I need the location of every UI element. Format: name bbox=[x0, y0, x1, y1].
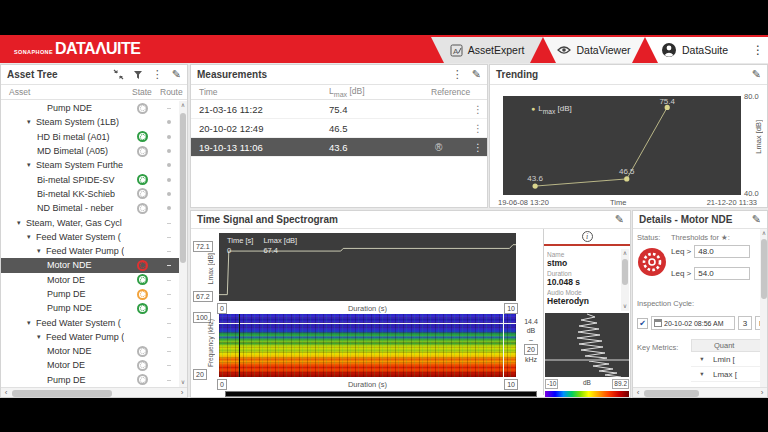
tree-row[interactable]: ▾ Pump NDE bbox=[1, 301, 179, 315]
ts-ymin-tick: 67.2 bbox=[193, 291, 213, 302]
x-start-tick: 19-06-08 13:20 bbox=[498, 198, 549, 207]
scroll-down-icon[interactable]: ∨ bbox=[179, 378, 187, 387]
route-marker bbox=[167, 178, 171, 182]
route-marker bbox=[167, 206, 171, 210]
filter-icon[interactable] bbox=[133, 70, 143, 80]
scrollbar-thumb[interactable] bbox=[12, 390, 112, 397]
metric-dropdown-icon[interactable]: ▾ bbox=[691, 355, 713, 363]
scroll-right-icon[interactable]: › bbox=[757, 388, 767, 398]
expand-caret-icon[interactable]: ▾ bbox=[37, 333, 46, 341]
sp-x-axis: 0 Duration (s) 10 bbox=[219, 379, 516, 389]
metric-row[interactable]: ▾ Lmin [ bbox=[691, 352, 763, 367]
route-marker bbox=[167, 265, 171, 266]
edit-panel-icon[interactable]: ✎ bbox=[615, 213, 624, 226]
tree-row[interactable]: ▾ Motor NDE bbox=[1, 258, 179, 272]
tab-datasuite[interactable]: DataSuite ⋮ bbox=[645, 37, 768, 63]
details-horizontal-scrollbar[interactable]: ‹ › bbox=[633, 387, 767, 397]
ts-ymax-tick: 72.1 bbox=[193, 241, 213, 252]
scroll-up-icon[interactable]: ∧ bbox=[621, 249, 629, 258]
spectrogram-plot[interactable] bbox=[219, 314, 516, 377]
threshold-alarm-input[interactable] bbox=[694, 267, 750, 280]
tree-row[interactable]: ▾ Pump DE bbox=[1, 373, 179, 387]
tree-horizontal-scrollbar[interactable]: ‹ › bbox=[1, 387, 187, 397]
state-bearing-icon bbox=[137, 131, 148, 142]
row-menu-icon[interactable]: ⋮ bbox=[473, 142, 483, 153]
scroll-left-icon[interactable]: ‹ bbox=[633, 388, 643, 398]
tree-row[interactable]: ▾ ND Bimetal - neber bbox=[1, 201, 179, 215]
metric-dropdown-icon[interactable]: ▾ bbox=[691, 370, 713, 378]
tree-row[interactable]: ▾ Pump NDE bbox=[1, 101, 179, 115]
expand-caret-icon[interactable]: ▾ bbox=[37, 247, 46, 255]
field-value: 10.048 s bbox=[547, 277, 621, 287]
playback-bar[interactable] bbox=[225, 391, 537, 397]
scroll-right-icon[interactable]: › bbox=[177, 388, 187, 398]
metric-label: Lmax [ bbox=[713, 370, 737, 379]
tree-row[interactable]: ▾ Steam System (1LB) bbox=[1, 115, 179, 129]
metric-row[interactable]: ▾ Lmax [ bbox=[691, 367, 763, 382]
tree-row[interactable]: ▾ Motor NDE bbox=[1, 344, 179, 358]
tab-dataviewer[interactable]: DataViewer bbox=[543, 37, 645, 63]
scrollbar-thumb[interactable] bbox=[180, 113, 186, 263]
asset-label: MD Bimetal (A05) bbox=[37, 146, 108, 156]
asset-label: Pump NDE bbox=[47, 303, 92, 313]
scrollbar-thumb[interactable] bbox=[761, 239, 767, 299]
edit-panel-icon[interactable]: ✎ bbox=[472, 68, 481, 81]
tree-row[interactable]: ▾ Bi-metal KK-Schieb bbox=[1, 187, 179, 201]
tab-assetexpert[interactable]: A AssetExpert bbox=[431, 37, 543, 63]
cursor-khz-value: 20 bbox=[524, 344, 538, 355]
threshold-warning-input[interactable] bbox=[694, 245, 750, 258]
details-vertical-scrollbar[interactable]: ∧ bbox=[760, 229, 767, 387]
scroll-up-icon[interactable]: ∧ bbox=[179, 101, 187, 110]
tree-row[interactable]: ▾ Feed Water System ( bbox=[1, 230, 179, 244]
inspection-checkbox[interactable]: ✔ bbox=[637, 318, 648, 329]
scroll-left-icon[interactable]: ‹ bbox=[1, 388, 11, 398]
asset-label: Feed Water System ( bbox=[36, 232, 121, 242]
collapse-tree-icon[interactable] bbox=[113, 69, 124, 80]
tree-row[interactable]: ▾ Bi-metal SPIDE-SV bbox=[1, 172, 179, 186]
tree-row[interactable]: ▾ Steam, Water, Gas Cycl bbox=[1, 215, 179, 229]
tree-row[interactable]: ▾ MD Bimetal (A05) bbox=[1, 144, 179, 158]
expand-caret-icon[interactable]: ▾ bbox=[27, 233, 36, 241]
frequency-cursor-line[interactable] bbox=[219, 323, 516, 324]
tree-vertical-scrollbar[interactable]: ∧ ∨ bbox=[179, 101, 187, 387]
edit-panel-icon[interactable]: ✎ bbox=[752, 213, 761, 226]
inspection-cycle-row: ✔ 20-10-02 08:56 AM M bbox=[637, 315, 767, 331]
trending-plot[interactable]: ●Lmax [dB] 43.646.575.4 bbox=[503, 96, 741, 195]
info-scrollbar[interactable]: ∧ ∨ bbox=[621, 249, 629, 311]
time-signal-plot[interactable]: Time [s] Lmax [dB] 0 67.4 bbox=[219, 233, 516, 301]
scroll-down-icon[interactable]: ∨ bbox=[621, 302, 629, 311]
scrollbar-thumb[interactable] bbox=[622, 259, 628, 285]
tree-row[interactable]: ▾ Motor DE bbox=[1, 358, 179, 372]
time-cursor-line[interactable] bbox=[503, 314, 504, 377]
expand-caret-icon[interactable]: ▾ bbox=[17, 219, 26, 227]
overlay-time-value: 0 bbox=[227, 246, 253, 255]
tree-row[interactable]: ▾ Pump DE bbox=[1, 287, 179, 301]
interval-input[interactable] bbox=[738, 316, 752, 330]
row-menu-icon[interactable]: ⋮ bbox=[473, 123, 483, 134]
tree-row[interactable]: ▾ Motor DE bbox=[1, 273, 179, 287]
panel-menu-icon[interactable]: ⋮ bbox=[152, 68, 163, 81]
row-menu-icon[interactable]: ⋮ bbox=[473, 104, 483, 115]
status-bearing-icon[interactable] bbox=[637, 247, 667, 277]
inspection-date-field[interactable]: 20-10-02 08:56 AM bbox=[651, 316, 735, 330]
edit-panel-icon[interactable]: ✎ bbox=[172, 68, 181, 81]
expand-caret-icon[interactable]: ▾ bbox=[27, 118, 36, 126]
route-marker bbox=[167, 365, 171, 366]
panel-menu-icon[interactable]: ⋮ bbox=[452, 68, 463, 81]
tree-row[interactable]: ▾ Feed Water Pump ( bbox=[1, 244, 179, 258]
scrollbar-thumb[interactable] bbox=[644, 390, 699, 397]
tree-row[interactable]: ▾ HD Bi metal (A01) bbox=[1, 130, 179, 144]
scroll-up-icon[interactable]: ∧ bbox=[760, 229, 768, 238]
measurement-value: 46.5 bbox=[329, 123, 348, 134]
overflow-menu-icon[interactable]: ⋮ bbox=[752, 43, 762, 57]
edit-panel-icon[interactable]: ✎ bbox=[752, 68, 761, 81]
measurement-row[interactable]: 19-10-13 11:06 43.6 ® ⋮ bbox=[191, 138, 487, 157]
tree-row[interactable]: ▾ Feed Water System ( bbox=[1, 315, 179, 329]
measurement-row[interactable]: 21-03-16 11:22 75.4 ⋮ bbox=[191, 100, 487, 119]
route-marker bbox=[167, 294, 171, 295]
expand-caret-icon[interactable]: ▾ bbox=[27, 319, 36, 327]
tree-row[interactable]: ▾ Steam System Furthe bbox=[1, 158, 179, 172]
expand-caret-icon[interactable]: ▾ bbox=[27, 161, 36, 169]
measurement-row[interactable]: 20-10-02 12:49 46.5 ⋮ bbox=[191, 119, 487, 138]
tree-row[interactable]: ▾ Feed Water Pump ( bbox=[1, 330, 179, 344]
